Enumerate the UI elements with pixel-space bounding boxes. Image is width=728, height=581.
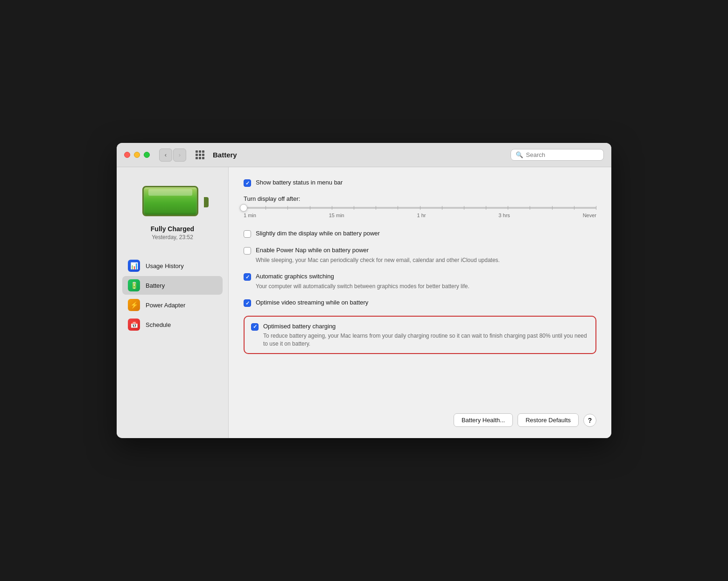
back-button[interactable]: ‹ bbox=[159, 149, 172, 162]
auto-graphics-checkbox[interactable]: ✓ bbox=[244, 273, 251, 281]
sidebar: Fully Charged Yesterday, 23:52 📊 Usage H… bbox=[117, 167, 229, 438]
nav-arrows: ‹ › bbox=[159, 149, 186, 162]
optimised-charging-row: ✓ Optimised battery charging To reduce b… bbox=[251, 322, 589, 348]
schedule-icon: 📅 bbox=[128, 319, 140, 331]
fullscreen-button[interactable] bbox=[144, 152, 150, 158]
grid-icon[interactable] bbox=[196, 150, 204, 159]
window-title: Battery bbox=[213, 151, 237, 159]
slider-track[interactable] bbox=[244, 207, 596, 209]
power-nap-label: Enable Power Nap while on battery power bbox=[256, 246, 500, 255]
restore-defaults-button[interactable]: Restore Defaults bbox=[518, 413, 579, 427]
sidebar-item-usage-history[interactable]: 📊 Usage History bbox=[122, 256, 223, 275]
slider-labels: 1 min 15 min 1 hr 3 hrs Never bbox=[244, 213, 596, 218]
battery-tip bbox=[204, 197, 209, 207]
system-preferences-window: ‹ › Battery 🔍 bbox=[117, 143, 611, 438]
auto-graphics-text: Automatic graphics switching Your comput… bbox=[256, 272, 469, 290]
power-nap-text: Enable Power Nap while on battery power … bbox=[256, 246, 500, 264]
search-bar[interactable]: 🔍 bbox=[511, 149, 604, 161]
titlebar: ‹ › Battery 🔍 bbox=[117, 143, 611, 167]
auto-graphics-row: ✓ Automatic graphics switching Your comp… bbox=[244, 272, 596, 290]
dim-display-checkbox[interactable] bbox=[244, 230, 251, 238]
power-nap-checkbox[interactable] bbox=[244, 247, 251, 255]
traffic-lights bbox=[124, 152, 150, 158]
help-button[interactable]: ? bbox=[583, 414, 596, 427]
slider-thumb[interactable] bbox=[240, 204, 247, 212]
sidebar-label-schedule: Schedule bbox=[146, 321, 171, 328]
battery-visual: Fully Charged Yesterday, 23:52 bbox=[142, 186, 203, 241]
battery-time: Yesterday, 23:52 bbox=[152, 234, 193, 241]
show-battery-checkbox[interactable]: ✓ bbox=[244, 179, 251, 187]
battery-body bbox=[142, 186, 198, 216]
dim-display-label: Slightly dim the display while on batter… bbox=[256, 229, 380, 238]
battery-icon-nav: 🔋 bbox=[128, 279, 140, 291]
slider-label: Turn display off after: bbox=[244, 195, 596, 202]
show-battery-row: ✓ Show battery status in menu bar bbox=[244, 178, 596, 187]
power-nap-row: Enable Power Nap while on battery power … bbox=[244, 246, 596, 264]
battery-icon bbox=[142, 186, 203, 219]
slider-label-15min: 15 min bbox=[329, 213, 344, 218]
sidebar-item-schedule[interactable]: 📅 Schedule bbox=[122, 315, 223, 334]
slider-label-3hrs: 3 hrs bbox=[498, 213, 510, 218]
optimised-charging-checkbox[interactable]: ✓ bbox=[251, 323, 259, 331]
sidebar-label-power-adapter: Power Adapter bbox=[146, 302, 185, 309]
slider-container: 1 min 15 min 1 hr 3 hrs Never bbox=[244, 207, 596, 218]
bottom-bar: Battery Health... Restore Defaults ? bbox=[244, 404, 596, 427]
power-adapter-icon: ⚡ bbox=[128, 299, 140, 311]
content-area: Fully Charged Yesterday, 23:52 📊 Usage H… bbox=[117, 167, 611, 438]
main-panel: ✓ Show battery status in menu bar Turn d… bbox=[229, 167, 611, 438]
sidebar-nav: 📊 Usage History 🔋 Battery ⚡ Power Adapte… bbox=[117, 256, 228, 334]
slider-label-1min: 1 min bbox=[244, 213, 256, 218]
slider-ticks bbox=[244, 206, 596, 210]
optimised-charging-sublabel: To reduce battery ageing, your Mac learn… bbox=[263, 332, 589, 348]
back-arrow-icon: ‹ bbox=[165, 151, 167, 158]
forward-button[interactable]: › bbox=[173, 149, 186, 162]
slider-label-never: Never bbox=[583, 213, 596, 218]
sidebar-label-battery: Battery bbox=[146, 282, 165, 289]
slider-section: Turn display off after: bbox=[244, 195, 596, 218]
sidebar-item-power-adapter[interactable]: ⚡ Power Adapter bbox=[122, 296, 223, 314]
usage-history-icon: 📊 bbox=[128, 260, 140, 272]
dim-display-row: Slightly dim the display while on batter… bbox=[244, 229, 596, 238]
search-input[interactable] bbox=[526, 151, 599, 158]
optimise-streaming-checkbox[interactable]: ✓ bbox=[244, 299, 251, 307]
close-button[interactable] bbox=[124, 152, 130, 158]
power-nap-sublabel: While sleeping, your Mac can periodicall… bbox=[256, 256, 500, 264]
optimised-charging-label: Optimised battery charging bbox=[263, 322, 589, 331]
optimised-charging-text: Optimised battery charging To reduce bat… bbox=[263, 322, 589, 348]
optimise-streaming-row: ✓ Optimise video streaming while on batt… bbox=[244, 298, 596, 307]
sidebar-item-battery[interactable]: 🔋 Battery bbox=[122, 276, 223, 295]
show-battery-label: Show battery status in menu bar bbox=[256, 178, 343, 187]
search-icon: 🔍 bbox=[516, 151, 523, 158]
optimised-charging-box: ✓ Optimised battery charging To reduce b… bbox=[244, 316, 596, 354]
minimize-button[interactable] bbox=[134, 152, 140, 158]
forward-arrow-icon: › bbox=[179, 151, 181, 158]
slider-label-1hr: 1 hr bbox=[417, 213, 426, 218]
auto-graphics-label: Automatic graphics switching bbox=[256, 272, 469, 281]
battery-health-button[interactable]: Battery Health... bbox=[454, 413, 513, 427]
sidebar-label-usage-history: Usage History bbox=[146, 262, 184, 269]
optimise-streaming-label: Optimise video streaming while on batter… bbox=[256, 298, 368, 307]
settings-section: ✓ Show battery status in menu bar Turn d… bbox=[244, 178, 596, 404]
auto-graphics-sublabel: Your computer will automatically switch … bbox=[256, 283, 469, 290]
battery-status: Fully Charged bbox=[151, 225, 194, 233]
